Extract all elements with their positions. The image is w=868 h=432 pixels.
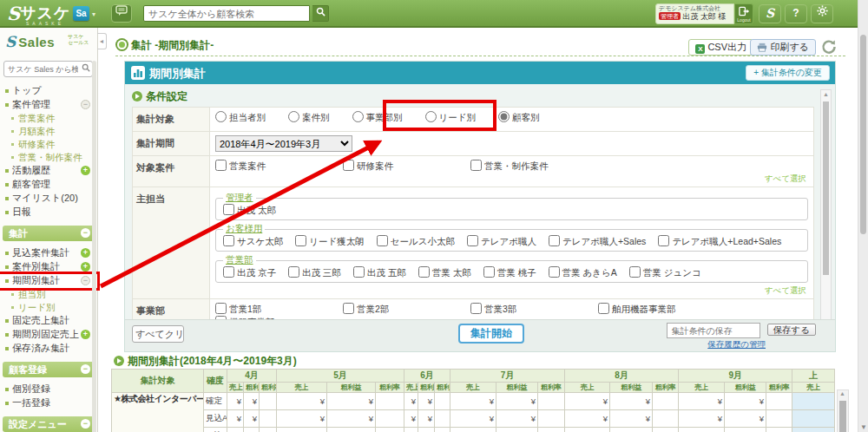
sidebar-section-集計[interactable]: 集計− [3,226,95,241]
sidebar-item-リード別[interactable]: リード別 [0,301,97,314]
checkbox-option-営業1部[interactable]: 営業1部 [215,303,343,316]
sales-logo[interactable]: S Sales サスケセールス [0,28,97,59]
sidebar-item-月額案件[interactable]: 月額案件 [0,125,97,138]
radio-option-事業部別[interactable]: 事業部別 [352,111,403,124]
checkbox-option-営業 桃子[interactable]: 営業 桃子 [483,266,536,279]
sidebar-item-見込案件集計[interactable]: 見込案件集計+ [0,246,97,260]
sidebar-item-営業案件[interactable]: 営業案件 [0,112,97,125]
checkbox-option-営業案件[interactable]: 営業案件 [215,160,343,173]
sidebar-section-設定メニュー[interactable]: 設定メニュー− [3,416,95,432]
owner-group-link[interactable]: お客様用 [223,223,265,235]
checkbox-option-テレアポ職人[interactable]: テレアポ職人 [467,235,536,248]
radio-option-顧客別[interactable]: 顧客別 [498,111,540,124]
sidebar-item-顧客管理[interactable]: 顧客管理 [0,178,97,192]
radio-input[interactable] [288,111,299,122]
scroll-up-icon[interactable]: ▲ [839,390,845,396]
search-icon[interactable] [82,63,90,74]
checkbox-input[interactable] [343,160,354,171]
saaske-logo[interactable]: Sサスケ SAASKE [7,3,70,24]
checkbox-input[interactable] [223,266,234,278]
table-scrollbar[interactable]: ▲ [837,389,849,432]
checkbox-option-営業3部[interactable]: 営業3部 [470,303,598,316]
checkbox-input[interactable] [629,266,641,278]
sidebar-item-担当別[interactable]: 担当別 [0,288,97,301]
sidebar-item-案件別集計[interactable]: 案件別集計+ [0,260,97,274]
sidebar-item-保存済み集計[interactable]: 保存済み集計 [0,342,97,356]
sidebar-section-顧客登録[interactable]: 顧客登録− [3,362,95,377]
chat-button[interactable] [111,4,132,23]
chevron-down-icon[interactable]: ▾ [92,10,95,18]
checkbox-input[interactable] [353,266,365,278]
user-account-box[interactable]: デモシステム株式会社 管理者 出茂 太郎 様 [655,3,734,24]
scroll-up-icon[interactable]: ▲ [823,91,829,97]
select-all-link[interactable]: すべて選択 [215,173,806,185]
global-search-button[interactable] [312,5,329,22]
page-scrollbar[interactable]: ▼ [858,0,868,432]
print-button[interactable]: 印刷する [750,39,816,56]
checkbox-input[interactable] [295,235,306,246]
scrollbar-thumb[interactable] [860,35,866,234]
sidebar-item-一括登録[interactable]: 一括登録 [0,396,97,410]
checkbox-input[interactable] [343,303,354,314]
collapse-icon[interactable]: − [81,364,90,374]
checkbox-option-出茂 三郎[interactable]: 出茂 三郎 [288,266,341,279]
sidebar-item-案件管理[interactable]: 案件管理− [0,98,97,112]
sidebar-item-期間別集計[interactable]: 期間別集計− [0,274,97,288]
radio-input[interactable] [425,111,437,122]
radio-option-リード別[interactable]: リード別 [425,111,477,124]
csv-export-button[interactable]: XCSV出力 [688,39,753,56]
sidebar-item-活動履歴[interactable]: 活動履歴+ [0,164,97,178]
global-search-input[interactable] [143,5,310,22]
clear-all-button[interactable]: すべてクリア [132,325,184,343]
plus-icon[interactable]: + [81,166,90,175]
checkbox-option-営業 ジュンコ[interactable]: 営業 ジュンコ [629,266,701,279]
collapse-icon[interactable]: − [81,228,90,238]
owner-group-link[interactable]: 営業部 [223,254,256,266]
checkbox-input[interactable] [598,303,609,314]
checkbox-input[interactable] [467,235,478,246]
panel-scrollbar[interactable]: ▲ ▼ [820,89,832,329]
radio-input[interactable] [498,111,510,122]
scrollbar-thumb[interactable] [839,401,846,432]
change-conditions-button[interactable]: + 集計条件の変更 [746,65,830,81]
period-select[interactable]: 2018年4月〜2019年3月 [215,135,352,152]
radio-input[interactable] [215,111,227,122]
checkbox-input[interactable] [549,235,560,246]
logout-button[interactable]: Logout [734,3,753,24]
sidebar-scrollbar[interactable] [92,61,96,432]
sidebar-item-期間別固定売上[interactable]: 期間別固定売上+ [0,328,97,342]
checkbox-input[interactable] [288,266,299,278]
checkbox-option-舶用機器事業部[interactable]: 舶用機器事業部 [598,303,726,316]
checkbox-input[interactable] [483,266,495,278]
scrollbar-thumb[interactable] [823,101,829,275]
save-button[interactable]: 保存する [767,324,817,336]
sidebar-item-営業・制作案件[interactable]: 営業・制作案件 [0,151,97,164]
select-all-link[interactable]: すべて選択 [215,285,806,297]
radio-option-案件別[interactable]: 案件別 [288,111,330,124]
plus-icon[interactable]: + [81,248,90,258]
checkbox-option-出茂 五郎[interactable]: 出茂 五郎 [353,266,406,279]
scroll-down-icon[interactable]: ▼ [860,423,867,431]
checkbox-option-出茂 太郎[interactable]: 出茂 太郎 [223,204,276,217]
checkbox-input[interactable] [549,266,560,278]
checkbox-option-リード獲太朗[interactable]: リード獲太朗 [295,235,365,248]
checkbox-option-出茂 京子[interactable]: 出茂 京子 [223,266,276,279]
plus-icon[interactable]: + [81,330,90,339]
sidebar-search-input[interactable] [3,61,93,77]
sidebar-item-個別登録[interactable]: 個別登録 [0,383,97,396]
checkbox-option-営業 太郎[interactable]: 営業 太郎 [418,266,471,279]
sidebar-item-日報[interactable]: 日報 [0,206,97,219]
checkbox-option-営業2部[interactable]: 営業2部 [343,303,470,316]
checkbox-option-研修案件[interactable]: 研修案件 [343,160,470,173]
minus-icon[interactable]: − [81,100,90,109]
settings-button[interactable] [811,4,833,23]
checkbox-input[interactable] [377,235,388,246]
saaske-home-button[interactable]: S [759,4,781,23]
checkbox-option-サスケ太郎[interactable]: サスケ太郎 [223,235,283,248]
checkbox-option-テレアポ職人+Lead+Sales[interactable]: テレアポ職人+Lead+Sales [658,235,781,248]
sidebar-item-研修案件[interactable]: 研修案件 [0,138,97,151]
checkbox-input[interactable] [470,303,482,314]
checkbox-option-テレアポ職人+Sales[interactable]: テレアポ職人+Sales [549,235,646,248]
sa-app-badge[interactable]: Sa [73,6,89,21]
owner-group-link[interactable]: 管理者 [223,192,256,204]
